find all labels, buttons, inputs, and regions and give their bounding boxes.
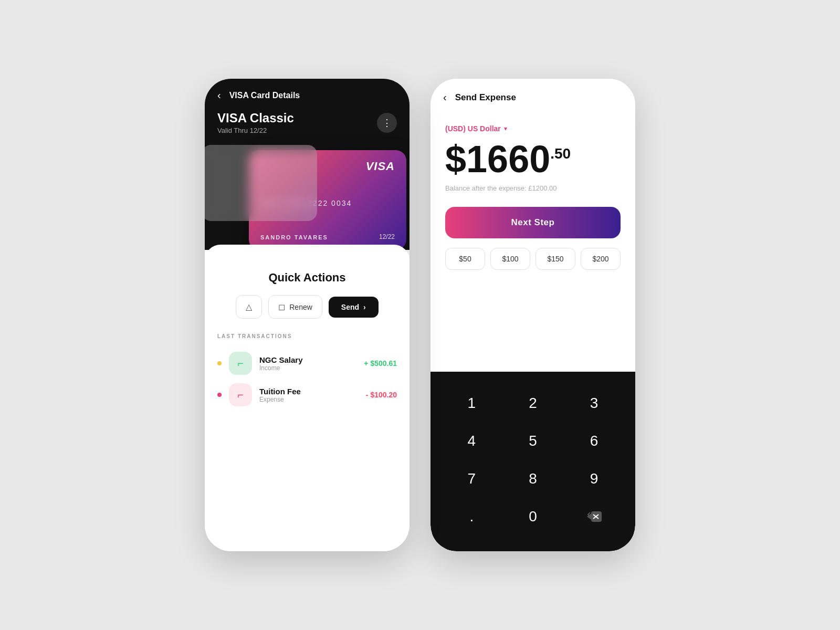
transaction-name-1: NGC Salary bbox=[259, 355, 356, 364]
transaction-dot-1 bbox=[217, 361, 222, 365]
balance-after-label: Balance after the expense: £1200.00 bbox=[445, 184, 621, 192]
transaction-name-2: Tuition Fee bbox=[259, 387, 359, 396]
send-content: (USD) US Dollar ▾ $1660 .50 Balance afte… bbox=[430, 112, 635, 372]
left-back-button[interactable]: ‹ bbox=[217, 89, 221, 101]
numpad-key-4[interactable]: 4 bbox=[441, 422, 502, 460]
more-button[interactable]: ⋮ bbox=[377, 113, 397, 133]
transaction-dot-2 bbox=[217, 393, 222, 397]
quick-amount-50[interactable]: $50 bbox=[445, 248, 485, 270]
amount-main: $1660 bbox=[445, 140, 550, 178]
card-valid: Valid Thru 12/22 bbox=[217, 127, 294, 134]
right-page-title: Send Expense bbox=[455, 92, 516, 103]
quick-amount-200[interactable]: $200 bbox=[581, 248, 621, 270]
transaction-details-1: NGC Salary Income bbox=[259, 355, 356, 372]
next-step-button[interactable]: Next Step bbox=[445, 207, 621, 238]
transaction-icon-1: ⌐ bbox=[229, 352, 252, 375]
transactions-section: LAST TRANSACTIONS ⌐ NGC Salary Income + … bbox=[217, 333, 397, 411]
send-button[interactable]: Send › bbox=[329, 297, 379, 318]
card-info: VISA Classic Valid Thru 12/22 ⋮ bbox=[217, 111, 397, 145]
card-name: VISA Classic bbox=[217, 111, 294, 125]
send-arrow-icon: › bbox=[363, 303, 366, 311]
send-label: Send bbox=[341, 303, 359, 311]
numpad-key-6[interactable]: 6 bbox=[563, 422, 625, 460]
numpad-key-1[interactable]: 1 bbox=[441, 384, 502, 422]
right-back-button[interactable]: ‹ bbox=[443, 91, 447, 103]
bottom-section: Quick Actions △ ◻ Renew Send › LAST TRAN… bbox=[205, 245, 410, 551]
card-title-area: VISA Classic Valid Thru 12/22 bbox=[217, 111, 294, 134]
amount-cents: .50 bbox=[550, 145, 571, 162]
transaction-type-2: Expense bbox=[259, 396, 359, 403]
transaction-item-2[interactable]: ⌐ Tuition Fee Expense - $100.20 bbox=[217, 379, 397, 411]
numpad-key-5[interactable]: 5 bbox=[502, 422, 564, 460]
left-top-bar: ‹ VISA Card Details bbox=[205, 79, 410, 111]
renew-button[interactable]: ◻ Renew bbox=[268, 295, 322, 319]
right-top-bar: ‹ Send Expense bbox=[430, 79, 635, 112]
transaction-details-2: Tuition Fee Expense bbox=[259, 387, 359, 403]
numpad-grid: 1 2 3 4 5 6 7 8 9 . 0 bbox=[441, 384, 625, 536]
transaction-icon-2: ⌐ bbox=[229, 383, 252, 406]
numpad-key-7[interactable]: 7 bbox=[441, 460, 502, 498]
actions-row: △ ◻ Renew Send › bbox=[217, 295, 397, 319]
quick-actions-title: Quick Actions bbox=[217, 271, 397, 285]
frosted-card-overlay bbox=[205, 145, 317, 221]
amount-display: $1660 .50 bbox=[445, 140, 621, 178]
numpad-key-8[interactable]: 8 bbox=[502, 460, 564, 498]
card-expiry: 12/22 bbox=[379, 233, 395, 240]
numpad-key-0[interactable]: 0 bbox=[502, 498, 564, 536]
transaction-amount-2: - $100.20 bbox=[366, 391, 397, 399]
numpad-key-3[interactable]: 3 bbox=[563, 384, 625, 422]
square-icon: ◻ bbox=[278, 302, 285, 312]
numpad: 1 2 3 4 5 6 7 8 9 . 0 bbox=[430, 372, 635, 551]
numpad-key-dot[interactable]: . bbox=[441, 498, 502, 536]
left-phone: ‹ VISA Card Details VISA Classic Valid T… bbox=[205, 79, 410, 551]
right-phone: ‹ Send Expense (USD) US Dollar ▾ $1660 .… bbox=[430, 79, 635, 551]
numpad-key-2[interactable]: 2 bbox=[502, 384, 564, 422]
renew-label: Renew bbox=[289, 303, 312, 311]
left-page-title: VISA Card Details bbox=[229, 91, 300, 100]
card-section: VISA Classic Valid Thru 12/22 ⋮ VISA 431… bbox=[205, 111, 410, 250]
card-holder: SANDRO TAVARES bbox=[260, 234, 328, 240]
transaction-amount-1: + $500.61 bbox=[364, 359, 397, 368]
transaction-type-1: Income bbox=[259, 364, 356, 372]
transactions-label: LAST TRANSACTIONS bbox=[217, 333, 397, 339]
action-triangle-button[interactable]: △ bbox=[236, 295, 262, 319]
quick-amount-100[interactable]: $100 bbox=[490, 248, 530, 270]
currency-selector[interactable]: (USD) US Dollar ▾ bbox=[445, 124, 621, 133]
triangle-icon: △ bbox=[246, 302, 252, 312]
currency-chevron-icon: ▾ bbox=[504, 125, 507, 132]
currency-label: (USD) US Dollar bbox=[445, 124, 501, 133]
numpad-key-9[interactable]: 9 bbox=[563, 460, 625, 498]
quick-amounts: $50 $100 $150 $200 bbox=[445, 248, 621, 270]
quick-amount-150[interactable]: $150 bbox=[536, 248, 575, 270]
card-footer: SANDRO TAVARES 12/22 bbox=[260, 233, 395, 240]
numpad-backspace-button[interactable] bbox=[563, 498, 625, 536]
transaction-item[interactable]: ⌐ NGC Salary Income + $500.61 bbox=[217, 348, 397, 379]
